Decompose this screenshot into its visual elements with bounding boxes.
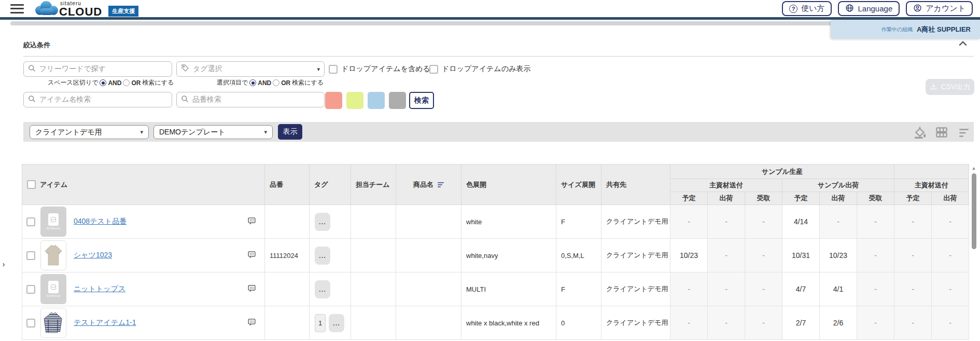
- csv-export-button[interactable]: CSV出力: [926, 79, 974, 95]
- subgroup-sample-ship: サンプル出荷: [782, 179, 894, 192]
- hamburger-menu-icon[interactable]: [10, 4, 24, 13]
- paint-bucket-icon[interactable]: [913, 126, 927, 139]
- comment-icon[interactable]: [247, 250, 256, 261]
- account-button[interactable]: アカウント: [906, 1, 973, 16]
- table-cells-icon[interactable]: [935, 126, 948, 139]
- sort-lines-icon[interactable]: [957, 127, 971, 141]
- date-cell: -: [670, 272, 708, 306]
- date-cell: 10/23: [670, 239, 708, 272]
- item-link[interactable]: 0408テスト品番: [74, 217, 127, 226]
- color-swatch-yellow[interactable]: [346, 92, 363, 109]
- color-swatch-blue[interactable]: [368, 92, 385, 109]
- view-preset-select[interactable]: クライアントデモ用 ▾: [30, 125, 149, 139]
- checkbox-icon[interactable]: [329, 65, 338, 74]
- template-select[interactable]: DEMOテンプレート ▾: [153, 125, 273, 139]
- side-panel-toggle[interactable]: ›: [0, 258, 7, 270]
- item-thumbnail-photo[interactable]: [40, 240, 66, 270]
- horizontal-scrollbar[interactable]: [10, 21, 834, 25]
- app-logo[interactable]: sitateru CLOUD 生産支援: [33, 0, 138, 18]
- radio-or[interactable]: [273, 79, 279, 86]
- col-header-product: 商品名: [396, 165, 461, 205]
- item-link[interactable]: ニットトップス: [74, 284, 125, 294]
- comment-icon[interactable]: [247, 216, 256, 227]
- col-header-sizes: サイズ展開: [556, 165, 601, 205]
- freeword-search-input[interactable]: フリーワードで探す: [23, 61, 172, 77]
- date-cell: -: [708, 306, 745, 340]
- table-row: NOIMAGE 0408テスト品番 ... white F: [22, 205, 969, 239]
- item-name-search-input[interactable]: アイテム名検索: [23, 92, 172, 107]
- sizes-cell: F: [556, 205, 601, 239]
- tag-icon: [181, 64, 189, 74]
- code-cell: 11112024: [265, 239, 310, 272]
- item-thumbnail-noimage[interactable]: NOIMAGE: [40, 207, 66, 237]
- product-cell: [396, 239, 461, 272]
- select-all-checkbox[interactable]: [27, 180, 36, 189]
- collapse-panel-icon[interactable]: [958, 39, 968, 49]
- tag-chip[interactable]: 1: [315, 314, 326, 332]
- date-cell: 2/6: [820, 306, 857, 340]
- show-button[interactable]: 表示: [278, 124, 302, 140]
- radio-and[interactable]: [100, 79, 106, 86]
- share-cell: クライアントデモ用: [601, 239, 670, 272]
- filter-divider: [23, 56, 974, 57]
- include-drop-items-checkbox[interactable]: ドロップアイテムを含める: [329, 64, 430, 74]
- working-organization-tab: 作業中の組織 A商社 SUPPLIER: [831, 20, 980, 39]
- brand-main-label: CLOUD: [59, 6, 102, 18]
- color-swatch-red[interactable]: [325, 92, 342, 109]
- language-button[interactable]: Language: [838, 1, 900, 16]
- date-cell: -: [894, 239, 932, 272]
- tag-more-button[interactable]: ...: [315, 247, 330, 265]
- subcol-plan: 予定: [894, 192, 932, 205]
- row-checkbox[interactable]: [26, 319, 35, 328]
- row-checkbox[interactable]: [26, 251, 35, 260]
- subgroup-materials-send-2: 主資材送付: [894, 179, 969, 192]
- team-cell: [351, 239, 396, 272]
- colors-cell: MULTI: [461, 272, 556, 306]
- date-cell: -: [932, 205, 969, 239]
- radio-and[interactable]: [249, 79, 256, 86]
- comment-icon[interactable]: [247, 284, 256, 294]
- product-cell: [396, 306, 461, 340]
- col-header-item: アイテム: [22, 165, 265, 205]
- search-icon: [181, 95, 189, 105]
- item-thumbnail-noimage[interactable]: NOIMAGE: [40, 274, 66, 304]
- org-name: A商社 SUPPLIER: [917, 25, 971, 34]
- help-icon: ?: [789, 5, 797, 13]
- date-cell: -: [745, 306, 782, 340]
- tag-more-button[interactable]: ...: [315, 280, 330, 298]
- item-code-search-input[interactable]: 品番検索: [176, 92, 325, 107]
- date-cell: 10/31: [782, 239, 820, 272]
- subcol-plan: 予定: [670, 192, 708, 205]
- date-cell: -: [745, 239, 782, 272]
- top-bar: sitateru CLOUD 生産支援 ? 使い方 Language アカウント: [0, 0, 980, 17]
- date-cell: 4/14: [782, 205, 820, 239]
- radio-or[interactable]: [123, 79, 130, 86]
- tag-select-dropdown[interactable]: タグ選択 ▾: [176, 61, 325, 77]
- tag-more-button[interactable]: ...: [315, 213, 330, 231]
- col-header-team: 担当チーム: [351, 165, 396, 205]
- date-cell: 4/1: [820, 272, 857, 306]
- only-drop-items-checkbox[interactable]: ドロップアイテムのみ表示: [429, 64, 530, 74]
- help-button[interactable]: ? 使い方: [782, 1, 832, 16]
- item-thumbnail-photo[interactable]: [40, 308, 66, 338]
- item-link[interactable]: テストアイテム1-1: [74, 318, 136, 328]
- row-checkbox[interactable]: [26, 217, 35, 226]
- vertical-scrollbar[interactable]: ▲: [971, 165, 977, 340]
- checkbox-icon[interactable]: [429, 65, 438, 74]
- comment-icon[interactable]: [247, 318, 256, 328]
- brand-badge: 生産支援: [108, 6, 138, 17]
- item-link[interactable]: シャツ1023: [74, 251, 112, 260]
- tag-more-button[interactable]: ...: [329, 314, 344, 332]
- date-cell: 10/23: [820, 239, 857, 272]
- search-button[interactable]: 検索: [409, 92, 434, 109]
- date-cell: -: [708, 239, 745, 272]
- space-and-or-option: スペース区切りで AND OR 検索にする: [48, 78, 174, 87]
- scrollbar-thumb[interactable]: [972, 173, 976, 249]
- sort-icon[interactable]: [438, 182, 444, 187]
- date-cell: -: [932, 239, 969, 272]
- scroll-up-icon[interactable]: ▲: [971, 165, 977, 171]
- row-checkbox[interactable]: [26, 285, 35, 294]
- color-swatch-gray[interactable]: [389, 92, 406, 109]
- globe-icon: [845, 4, 854, 14]
- code-cell: [265, 272, 310, 306]
